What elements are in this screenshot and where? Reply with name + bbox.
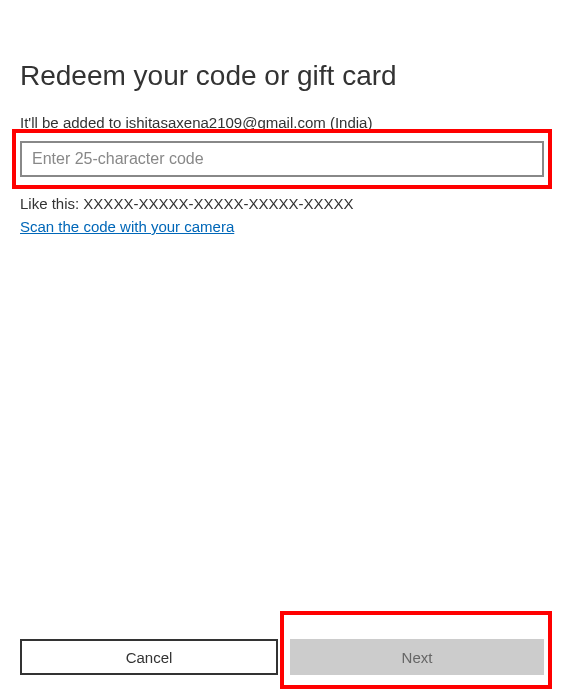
next-button-wrapper: Next	[290, 639, 544, 675]
cancel-button[interactable]: Cancel	[20, 639, 278, 675]
code-input-wrapper	[20, 141, 544, 177]
account-info-text: It'll be added to ishitasaxena2109@gmail…	[20, 114, 544, 131]
page-title: Redeem your code or gift card	[20, 60, 544, 92]
button-row: Cancel Next	[20, 639, 544, 675]
next-button[interactable]: Next	[290, 639, 544, 675]
code-input[interactable]	[20, 141, 544, 177]
code-format-example: Like this: XXXXX-XXXXX-XXXXX-XXXXX-XXXXX	[20, 195, 544, 212]
scan-code-link[interactable]: Scan the code with your camera	[20, 218, 544, 235]
